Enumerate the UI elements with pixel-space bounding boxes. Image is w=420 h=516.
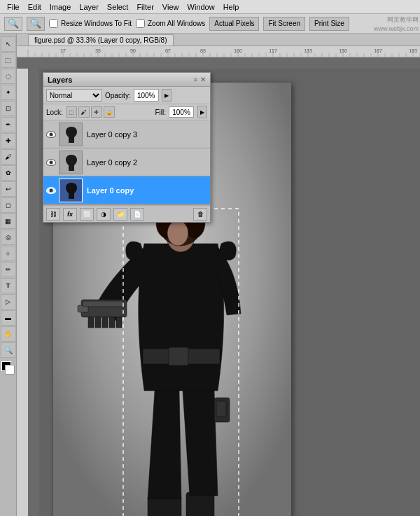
zoom-tool-icon[interactable]: 🔍 <box>4 17 22 31</box>
background-color[interactable] <box>5 365 15 375</box>
svg-text:100: 100 <box>234 48 242 53</box>
svg-text:183: 183 <box>409 48 417 53</box>
layer-item-copy3[interactable]: Layer 0 copy 3 <box>43 120 210 148</box>
svg-text:167: 167 <box>374 48 382 53</box>
layer-thumbnail-copy <box>59 179 83 202</box>
workspace: ↖ ⬚ ◌ ✦ ⊡ ✒ ✚ 🖌 ✿ ↩ ◻ ▦ ◎ ○ ✏ T ▷ ▬ ✋ 🔍 … <box>0 34 420 516</box>
content-area: figure.psd @ 33.3% (Layer 0 copy, RGB/8)… <box>17 34 420 516</box>
fill-arrow-btn[interactable]: ▶ <box>197 106 207 118</box>
history-brush-tool[interactable]: ↩ <box>1 181 16 197</box>
layer-thumbnail-copy2 <box>59 151 83 174</box>
eye-icon-copy <box>46 187 56 194</box>
layers-delete-btn[interactable]: 🗑 <box>193 208 207 221</box>
shape-tool[interactable]: ▬ <box>1 310 16 326</box>
doc-tab[interactable]: figure.psd @ 33.3% (Layer 0 copy, RGB/8) <box>28 34 174 46</box>
svg-rect-86 <box>102 317 108 328</box>
lock-icons: ⬚ 🖌 ✛ 🔒 <box>66 106 115 118</box>
zoom-tool[interactable]: 🔍 <box>1 342 16 358</box>
svg-text:83: 83 <box>200 48 206 53</box>
menu-help[interactable]: Help <box>219 3 244 11</box>
layer-item-copy[interactable]: Layer 0 copy <box>43 176 210 204</box>
svg-text:117: 117 <box>269 48 277 53</box>
layers-panel-close-btn[interactable]: ✕ <box>200 76 206 83</box>
layer-eye-copy3[interactable] <box>45 128 57 141</box>
print-size-btn[interactable]: Print Size <box>309 17 349 31</box>
layer-item-copy2[interactable]: Layer 0 copy 2 <box>43 148 210 176</box>
lasso-tool[interactable]: ◌ <box>1 69 16 84</box>
lock-row: Lock: ⬚ 🖌 ✛ 🔒 Fill: ▶ <box>43 104 210 120</box>
menu-select[interactable]: Select <box>103 3 133 11</box>
layers-adjustment-btn[interactable]: ◑ <box>97 208 111 221</box>
dodge-tool[interactable]: ○ <box>1 246 16 261</box>
eraser-tool[interactable]: ◻ <box>1 197 16 213</box>
actual-pixels-btn[interactable]: Actual Pixels <box>209 17 259 31</box>
layers-list: Layer 0 copy 3 <box>43 120 210 205</box>
resize-windows-label: Resize Windows To Fit <box>61 20 132 27</box>
fill-input[interactable] <box>169 106 194 118</box>
path-select-tool[interactable]: ▷ <box>1 294 16 309</box>
lock-label: Lock: <box>46 109 63 116</box>
zoom-all-option: Zoom All Windows <box>136 19 205 28</box>
layers-new-btn[interactable]: 📄 <box>130 208 144 221</box>
svg-rect-92 <box>216 401 226 417</box>
layer-eye-copy2[interactable] <box>45 156 57 169</box>
layer-name-copy: Layer 0 copy <box>87 186 209 195</box>
clone-tool[interactable]: ✿ <box>1 165 16 181</box>
lock-all-btn[interactable]: 🔒 <box>104 106 115 118</box>
menu-window[interactable]: Window <box>183 3 219 11</box>
marquee-tool[interactable]: ⬚ <box>1 53 16 68</box>
brush-tool[interactable]: 🖌 <box>1 149 16 165</box>
svg-rect-88 <box>116 317 122 328</box>
resize-windows-option: Resize Windows To Fit <box>49 19 132 28</box>
blur-tool[interactable]: ◎ <box>1 230 16 245</box>
layers-panel-titlebar[interactable]: Layers ≡ ✕ <box>43 73 210 87</box>
hand-tool[interactable]: ✋ <box>1 326 16 342</box>
svg-rect-0 <box>17 46 420 57</box>
svg-point-82 <box>167 221 188 246</box>
lock-position-btn[interactable]: ✛ <box>91 106 102 118</box>
menu-bar: File Edit Image Layer Select Filter View… <box>0 0 420 14</box>
lock-image-btn[interactable]: 🖌 <box>78 106 90 118</box>
opacity-label: Opacity: <box>105 92 131 99</box>
svg-rect-76 <box>169 347 188 365</box>
healing-brush-tool[interactable]: ✚ <box>1 133 16 148</box>
layers-panel-menu-icon[interactable]: ≡ <box>194 76 197 83</box>
layer-eye-copy[interactable] <box>45 184 57 197</box>
resize-windows-checkbox[interactable] <box>49 19 58 28</box>
magic-wand-tool[interactable]: ✦ <box>1 85 16 100</box>
eyedropper-tool[interactable]: ✒ <box>1 117 16 132</box>
layers-fx-btn[interactable]: fx <box>63 208 77 221</box>
zoom-all-checkbox[interactable] <box>136 19 145 28</box>
fill-label: Fill: <box>155 109 166 116</box>
opacity-input[interactable] <box>134 89 159 102</box>
menu-image[interactable]: Image <box>46 3 76 11</box>
zoom-out-btn[interactable]: 🔍 <box>27 17 45 31</box>
svg-text:67: 67 <box>165 48 171 53</box>
move-tool[interactable]: ↖ <box>1 36 16 52</box>
svg-rect-85 <box>95 317 101 328</box>
layers-link-btn[interactable]: ⛓ <box>46 208 60 221</box>
pen-tool[interactable]: ✏ <box>1 262 16 277</box>
ruler-top-svg: 1733506783100117133150167183 <box>17 46 420 57</box>
text-tool[interactable]: T <box>1 278 16 293</box>
doc-tab-bar: figure.psd @ 33.3% (Layer 0 copy, RGB/8) <box>17 34 420 46</box>
lock-transparent-btn[interactable]: ⬚ <box>66 106 77 118</box>
canvas-viewport[interactable]: Layers ≡ ✕ Normal Opacity: ▶ <box>39 69 420 516</box>
layers-group-btn[interactable]: 📁 <box>113 208 127 221</box>
menu-filter[interactable]: Filter <box>132 3 158 11</box>
opacity-arrow-btn[interactable]: ▶ <box>162 89 172 102</box>
watermark: 网页教学网 www.webjx.com <box>374 15 419 34</box>
fit-screen-btn[interactable]: Fit Screen <box>263 17 305 31</box>
gradient-tool[interactable]: ▦ <box>1 214 16 229</box>
menu-edit[interactable]: Edit <box>24 3 46 11</box>
ruler-left <box>17 69 28 516</box>
svg-text:133: 133 <box>304 48 312 53</box>
crop-tool[interactable]: ⊡ <box>1 101 16 116</box>
svg-rect-87 <box>109 317 115 328</box>
menu-view[interactable]: View <box>158 3 183 11</box>
layers-mask-btn[interactable]: ⬜ <box>80 208 94 221</box>
menu-layer[interactable]: Layer <box>75 3 103 11</box>
menu-file[interactable]: File <box>3 3 24 11</box>
blend-mode-select[interactable]: Normal <box>46 89 102 102</box>
layers-panel-title: Layers <box>48 76 194 84</box>
